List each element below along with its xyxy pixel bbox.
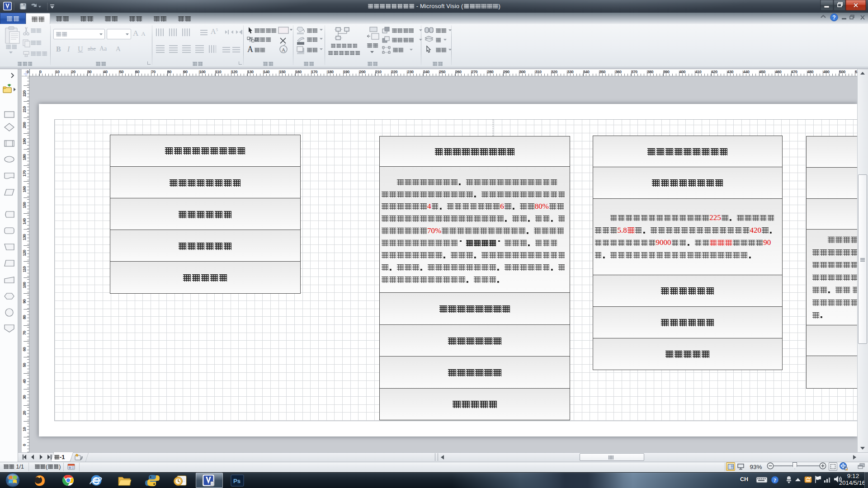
svg-text:A: A xyxy=(282,47,285,52)
svg-text:?: ? xyxy=(832,14,835,21)
svg-text:A: A xyxy=(247,45,253,54)
svg-text:?: ? xyxy=(774,477,776,483)
svg-text:Ps: Ps xyxy=(233,478,241,484)
